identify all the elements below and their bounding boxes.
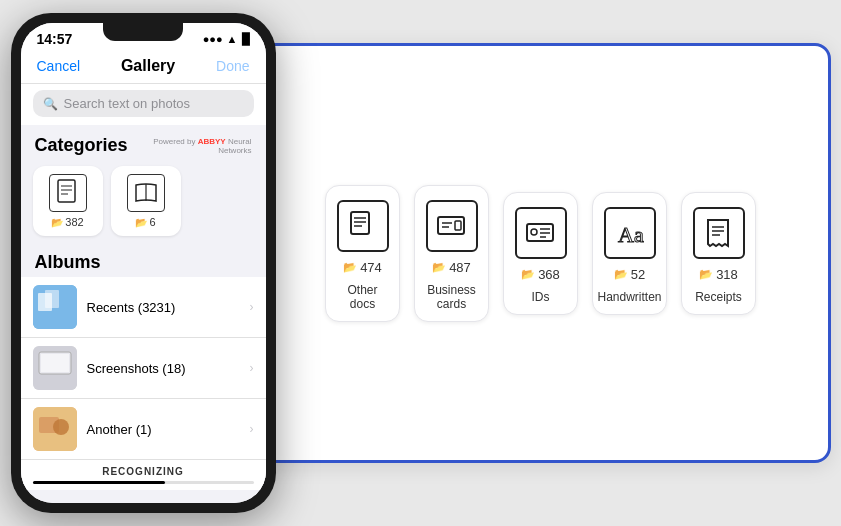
- category-card-business-cards[interactable]: 📂 487 Business cards: [414, 185, 489, 322]
- album-name-another: Another (1): [87, 422, 240, 437]
- receipts-count: 📂 318: [699, 267, 738, 282]
- svg-rect-0: [351, 212, 369, 234]
- album-thumb-recents: [33, 285, 77, 329]
- album-name-recents: Recents (3231): [87, 300, 240, 315]
- battery-icon: ▉: [242, 33, 250, 46]
- phone-screen: 14:57 ●●● ▲ ▉ Cancel Gallery Done 🔍 Sear…: [21, 23, 266, 503]
- search-placeholder: Search text on photos: [64, 96, 190, 111]
- recognizing-bar: RECOGNIZING: [21, 460, 266, 490]
- recognizing-progress-fill: [33, 481, 166, 484]
- album-thumb-another: [33, 407, 77, 451]
- other-docs-icon: [337, 200, 389, 252]
- categories-scroll: 📂 382 📂 6: [21, 160, 266, 244]
- screenshots-chevron-icon: ›: [250, 361, 254, 375]
- books-count: 📂 6: [135, 216, 155, 228]
- a4-count: 📂 382: [51, 216, 83, 228]
- handwritten-icon: Aa: [604, 207, 656, 259]
- scene: 📂 474 Other docs 📂 487: [11, 13, 831, 513]
- nav-bar: Cancel Gallery Done: [21, 51, 266, 84]
- svg-rect-4: [438, 217, 464, 234]
- categories-title: Categories: [35, 135, 128, 156]
- category-card-other-docs[interactable]: 📂 474 Other docs: [325, 185, 400, 322]
- handwritten-label: Handwritten: [597, 290, 661, 304]
- books-icon: [127, 174, 165, 212]
- content-area: Categories Powered by ABBYY Neural Netwo…: [21, 125, 266, 503]
- albums-title: Albums: [35, 252, 101, 272]
- expanded-categories-panel: 📂 474 Other docs 📂 487: [251, 43, 831, 463]
- categories-header: Categories Powered by ABBYY Neural Netwo…: [21, 125, 266, 160]
- album-row-screenshots[interactable]: Screenshots (18) ›: [21, 338, 266, 399]
- svg-point-9: [531, 229, 537, 235]
- album-name-screenshots: Screenshots (18): [87, 361, 240, 376]
- ids-label: IDs: [532, 290, 550, 304]
- svg-rect-27: [41, 354, 69, 372]
- search-input[interactable]: 🔍 Search text on photos: [33, 90, 254, 117]
- album-thumb-screenshots: [33, 346, 77, 390]
- expanded-categories-list: 📂 474 Other docs 📂 487: [274, 185, 808, 322]
- category-card-ids[interactable]: 📂 368 IDs: [503, 192, 578, 315]
- category-card-receipts[interactable]: 📂 318 Receipts: [681, 192, 756, 315]
- status-icons: ●●● ▲ ▉: [203, 33, 250, 46]
- svg-text:Aa: Aa: [618, 222, 644, 247]
- a4-icon: [49, 174, 87, 212]
- nav-title: Gallery: [121, 57, 175, 75]
- album-row-recents[interactable]: Recents (3231) ›: [21, 277, 266, 338]
- svg-rect-24: [45, 290, 59, 308]
- svg-point-30: [53, 419, 69, 435]
- album-row-another[interactable]: Another (1) ›: [21, 399, 266, 460]
- ids-count: 📂 368: [521, 267, 560, 282]
- business-cards-count: 📂 487: [432, 260, 471, 275]
- powered-by-label: Powered by ABBYY Neural Networks: [128, 137, 252, 155]
- ids-icon: [515, 207, 567, 259]
- receipts-label: Receipts: [695, 290, 742, 304]
- signal-icon: ●●●: [203, 33, 223, 45]
- phone-frame: 14:57 ●●● ▲ ▉ Cancel Gallery Done 🔍 Sear…: [11, 13, 276, 513]
- search-icon: 🔍: [43, 97, 58, 111]
- search-bar-container: 🔍 Search text on photos: [21, 84, 266, 125]
- other-docs-count: 📂 474: [343, 260, 382, 275]
- done-button[interactable]: Done: [216, 58, 249, 74]
- another-chevron-icon: ›: [250, 422, 254, 436]
- handwritten-count: 📂 52: [614, 267, 645, 282]
- category-card-handwritten[interactable]: Aa 📂 52 Handwritten: [592, 192, 667, 315]
- recognizing-progress-bar: [33, 481, 254, 484]
- phone-notch: [103, 23, 183, 41]
- recognizing-label: RECOGNIZING: [33, 466, 254, 477]
- receipts-icon: [693, 207, 745, 259]
- status-time: 14:57: [37, 31, 73, 47]
- business-cards-label: Business cards: [425, 283, 478, 311]
- recents-chevron-icon: ›: [250, 300, 254, 314]
- business-cards-icon: [426, 200, 478, 252]
- wifi-icon: ▲: [227, 33, 238, 45]
- svg-rect-7: [455, 221, 461, 230]
- svg-rect-17: [58, 180, 75, 202]
- cancel-button[interactable]: Cancel: [37, 58, 81, 74]
- other-docs-label: Other docs: [336, 283, 389, 311]
- category-card-a4[interactable]: 📂 382: [33, 166, 103, 236]
- albums-header: Albums: [21, 244, 266, 277]
- category-card-books[interactable]: 📂 6: [111, 166, 181, 236]
